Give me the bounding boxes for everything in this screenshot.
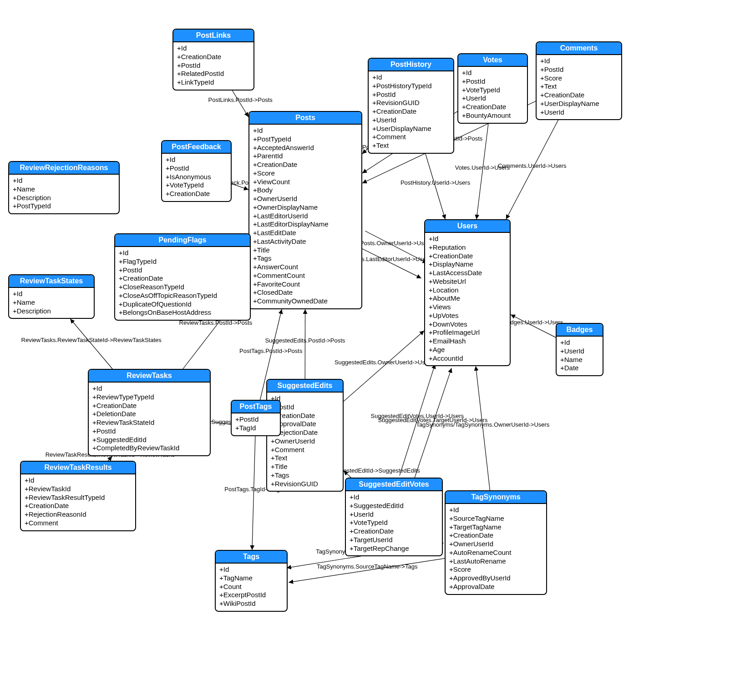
relationship-label: Votes.UserId->Users [455, 164, 510, 171]
entity-attrs: +Id+CreationDate+PostId+RelatedPostId+Li… [173, 42, 253, 90]
entity-attr: +CreationDate [119, 274, 246, 283]
relationship-label: PostLinks.PostId->Posts [208, 96, 273, 103]
entity-attr: +Id [119, 249, 246, 257]
entity-attr: +ReviewTaskStateId [92, 418, 206, 427]
entity-attr: +RevisionGUID [271, 480, 339, 488]
entity-attrs: +Id+Name+Description [9, 288, 94, 318]
entity-title: PostTags [232, 401, 280, 413]
entity-tags: Tags+Id+TagName+Count+ExcerptPostId+Wiki… [215, 550, 288, 612]
entity-attr: +FavoriteCount [253, 280, 358, 289]
entity-attr: +Id [253, 126, 358, 135]
entity-attr: +VoteTypeId [166, 181, 227, 190]
relationship-edge [414, 368, 451, 479]
entity-posthistory: PostHistory+Id+PostHistoryTypeId+PostId+… [368, 58, 454, 154]
relationship-edge [289, 558, 446, 582]
entity-attrs: +Id+PostId+IsAnonymous+VoteTypeId+Creati… [162, 154, 231, 201]
entity-attr: +CreationDate [540, 91, 618, 100]
entity-attr: +LastEditorDisplayName [253, 220, 358, 229]
entity-attr: +TagName [219, 574, 283, 583]
entity-attr: +Tags [253, 254, 358, 263]
entity-attr: +Text [372, 141, 450, 150]
entity-attr: +PostId [92, 427, 206, 436]
entity-title: PostHistory [369, 59, 453, 71]
entity-reviewrejectionreasons: ReviewRejectionReasons+Id+Name+Descripti… [8, 161, 120, 214]
entity-attr: +CreationDate [449, 531, 542, 540]
relationship-label: ReviewTasks.ReviewTaskStateId->ReviewTas… [21, 337, 162, 343]
entity-attr: +WikiPostId [219, 599, 283, 608]
relationship-label: SuggestedEdits.PostId->Posts [265, 337, 345, 344]
entity-attr: +LinkTypeId [177, 78, 250, 87]
entity-attr: +Title [271, 463, 339, 471]
relationship-edge [232, 91, 248, 117]
entity-attr: +UserId [350, 510, 438, 519]
entity-attr: +AnswerCount [253, 263, 358, 272]
entity-attrs: +Id+SourceTagName+TargetTagName+Creation… [446, 504, 546, 594]
entity-attr: +PostId [235, 415, 276, 424]
entity-attr: +Name [13, 185, 115, 194]
entity-attr: +Reputation [429, 243, 506, 252]
entity-reviewtasks: ReviewTasks+Id+ReviewTypeTypeId+Creation… [88, 369, 211, 456]
entity-attr: +Id [92, 384, 206, 393]
entity-attr: +CloseReasonTypeId [119, 283, 246, 292]
entity-title: Votes [458, 54, 527, 67]
entity-attr: +Location [429, 286, 506, 295]
entity-title: Tags [216, 551, 287, 564]
entity-attr: +Views [429, 303, 506, 312]
entity-attr: +UserDisplayName [540, 100, 618, 108]
entity-title: TagSynonyms [446, 491, 546, 504]
relationship-edge [252, 436, 255, 550]
entity-attr: +Description [13, 194, 115, 202]
entity-attr: +Age [429, 346, 506, 354]
entity-title: ReviewRejectionReasons [9, 162, 119, 175]
entity-attr: +Comment [271, 446, 339, 454]
entity-attr: +WebsiteUrl [429, 277, 506, 286]
entity-title: Posts [249, 112, 361, 125]
entity-attrs: +Id+PostHistoryTypeId+PostId+RevisionGUI… [369, 71, 453, 153]
relationship-label: PostTags.PostId->Posts [239, 347, 303, 354]
entity-attr: +RejectionDate [271, 428, 339, 437]
entity-tagsynonyms: TagSynonyms+Id+SourceTagName+TargetTagNa… [445, 490, 547, 595]
entity-attr: +PostId [119, 266, 246, 275]
relationship-label: Comments.UserId->Users [498, 162, 567, 169]
relationship-edge [506, 120, 558, 219]
entity-attrs: +Id+PostTypeId+AcceptedAnswerId+ParentId… [249, 125, 361, 308]
entity-attr: +EmailHash [429, 337, 506, 346]
entity-attr: +ReviewTypeTypeId [92, 393, 206, 402]
entity-attr: +ReviewTaskId [25, 485, 132, 494]
entity-attrs: +Id+Name+Description+PostTypeId [9, 175, 119, 213]
entity-attr: +PostId [462, 77, 523, 86]
entity-votes: Votes+Id+PostId+VoteTypeId+UserId+Creati… [457, 53, 528, 124]
entity-attrs: +PostId+TagId [232, 413, 280, 435]
entity-attr: +LastAutoRename [449, 557, 542, 566]
entity-attr: +FlagTypeId [119, 257, 246, 266]
relationship-edge [365, 231, 427, 263]
entity-attr: +OwnerDisplayName [253, 203, 358, 212]
entity-attr: +Id [560, 338, 599, 347]
entity-attr: +AboutMe [429, 294, 506, 303]
entity-title: Users [425, 220, 510, 233]
entity-title: PostLinks [173, 30, 253, 42]
entity-attr: +AccountId [429, 354, 506, 363]
relationship-edge [360, 247, 421, 278]
entity-attr: +OwnerUserId [449, 540, 542, 549]
entity-title: Comments [537, 42, 621, 55]
entity-users: Users+Id+Reputation+CreationDate+Display… [424, 219, 511, 366]
entity-attr: +Name [560, 356, 599, 364]
entity-attr: +Description [13, 307, 90, 316]
entity-attr: +OwnerUserId [271, 437, 339, 446]
relationship-edge [511, 315, 556, 337]
entity-attr: +OwnerUserId [253, 195, 358, 203]
relationship-edge [476, 124, 488, 219]
entity-attr: +UserId [560, 347, 599, 356]
entity-attr: +Title [253, 246, 358, 255]
entity-attr: +TargetRepChange [350, 544, 438, 553]
entity-attr: +ApprovalDate [271, 420, 339, 428]
entity-attr: +UserDisplayName [372, 125, 450, 133]
entity-attr: +Id [219, 565, 283, 574]
entity-attr: +Id [462, 69, 523, 77]
entity-attr: +ViewCount [253, 178, 358, 186]
relationship-label: TagSynonyms.SourceTagName->Tags [317, 563, 418, 570]
entity-attr: +Id [449, 506, 542, 514]
entity-attr: +Comment [25, 519, 132, 528]
entity-attr: +PostId [271, 403, 339, 412]
